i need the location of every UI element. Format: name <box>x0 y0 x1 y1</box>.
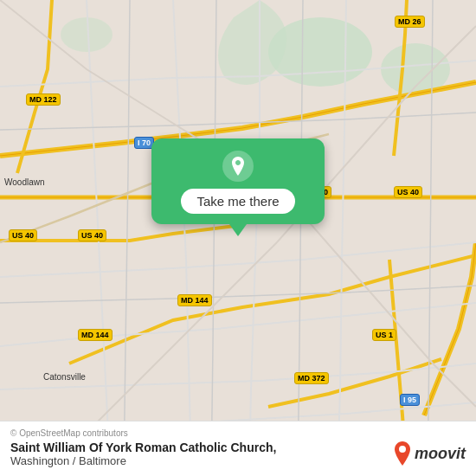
place-name: Saint William Of York Roman Catholic Chu… <box>10 441 276 454</box>
take-me-there-button[interactable]: Take me there <box>181 189 294 214</box>
road-label-md144-2: MD 144 <box>78 329 113 341</box>
svg-point-2 <box>61 17 113 52</box>
road-label-us40-5: US 40 <box>78 229 106 241</box>
road-label-i95: I 95 <box>400 394 420 406</box>
info-bar: © OpenStreetMap contributors Saint Willi… <box>0 421 476 476</box>
location-popup: Take me there <box>151 138 325 224</box>
map-attribution: © OpenStreetMap contributors <box>10 428 466 438</box>
road-label-us40-4: US 40 <box>9 229 37 241</box>
location-pin-icon <box>222 151 254 182</box>
road-label-md26: MD 26 <box>395 16 425 28</box>
road-label-md122: MD 122 <box>26 93 61 106</box>
place-label-woodlawn: Woodlawn <box>4 177 45 187</box>
road-label-md372: MD 372 <box>294 372 329 384</box>
road-label-us1: US 1 <box>372 329 396 341</box>
place-label-catonsville: Catonsville <box>43 372 86 382</box>
moovit-pin-icon <box>393 441 412 466</box>
road-label-md144-1: MD 144 <box>177 294 212 306</box>
road-label-us40-3: US 40 <box>394 186 422 198</box>
place-subtitle: Washington / Baltimore <box>10 454 276 467</box>
moovit-brand-text: moovit <box>415 445 466 463</box>
moovit-logo: moovit <box>393 441 466 466</box>
map-container: MD 26 MD 122 I 70 US 40 US 40 US 40 US 4… <box>0 0 476 476</box>
svg-point-4 <box>399 446 406 453</box>
